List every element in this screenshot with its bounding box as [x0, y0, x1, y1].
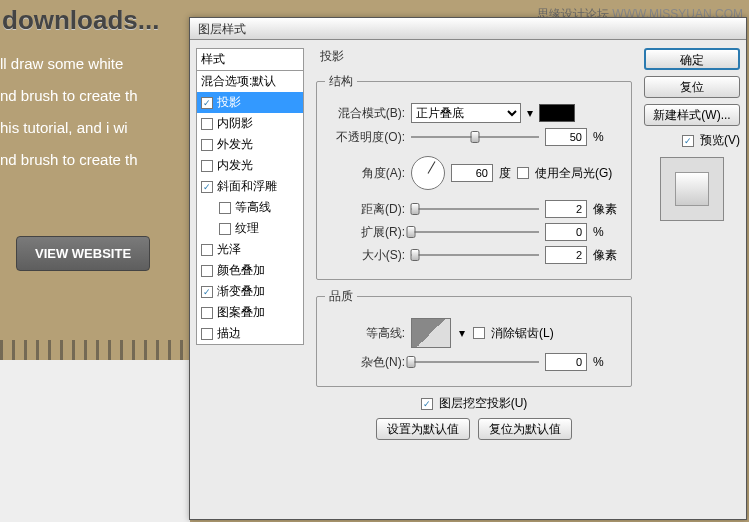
opacity-label: 不透明度(O):	[325, 129, 405, 146]
reset-default-button[interactable]: 复位为默认值	[478, 418, 572, 440]
distance-input[interactable]	[545, 200, 587, 218]
knockout-label: 图层挖空投影(U)	[439, 395, 528, 412]
style-checkbox[interactable]	[219, 202, 231, 214]
structure-legend: 结构	[325, 73, 357, 90]
size-input[interactable]	[545, 246, 587, 264]
style-checkbox[interactable]	[201, 307, 213, 319]
style-checkbox[interactable]	[201, 97, 213, 109]
quality-fieldset: 品质 等高线: ▾ 消除锯齿(L) 杂色(N): %	[316, 288, 632, 387]
size-unit: 像素	[593, 247, 623, 264]
bg-line: nd brush to create th	[0, 84, 159, 108]
global-light-label: 使用全局光(G)	[535, 165, 612, 182]
style-item[interactable]: 纹理	[197, 218, 303, 239]
style-item[interactable]: 斜面和浮雕	[197, 176, 303, 197]
style-label: 混合选项:默认	[201, 73, 276, 90]
style-checkbox[interactable]	[201, 244, 213, 256]
style-label: 投影	[217, 94, 241, 111]
bg-heading: downloads...	[2, 0, 159, 42]
style-label: 纹理	[235, 220, 259, 237]
opacity-slider[interactable]	[411, 129, 539, 145]
style-checkbox[interactable]	[219, 223, 231, 235]
spread-input[interactable]	[545, 223, 587, 241]
preview-checkbox[interactable]	[682, 135, 694, 147]
size-slider[interactable]	[411, 247, 539, 263]
style-checkbox[interactable]	[201, 160, 213, 172]
style-item[interactable]: 内发光	[197, 155, 303, 176]
contour-picker[interactable]	[411, 318, 451, 348]
style-label: 颜色叠加	[217, 262, 265, 279]
style-label: 内阴影	[217, 115, 253, 132]
spread-slider[interactable]	[411, 224, 539, 240]
view-website-button[interactable]: VIEW WEBSITE	[16, 236, 150, 271]
style-checkbox[interactable]	[201, 181, 213, 193]
distance-slider[interactable]	[411, 201, 539, 217]
style-item[interactable]: 描边	[197, 323, 303, 344]
dialog-title[interactable]: 图层样式	[190, 18, 746, 40]
angle-label: 角度(A):	[325, 165, 405, 182]
style-label: 光泽	[217, 241, 241, 258]
contour-label: 等高线:	[325, 325, 405, 342]
new-style-button[interactable]: 新建样式(W)...	[644, 104, 740, 126]
bg-line: nd brush to create th	[0, 148, 159, 172]
styles-list: 混合选项:默认投影内阴影外发光内发光斜面和浮雕等高线纹理光泽颜色叠加渐变叠加图案…	[196, 71, 304, 345]
angle-input[interactable]	[451, 164, 493, 182]
knockout-checkbox[interactable]	[421, 398, 433, 410]
style-checkbox[interactable]	[201, 286, 213, 298]
antialias-checkbox[interactable]	[473, 327, 485, 339]
cancel-button[interactable]: 复位	[644, 76, 740, 98]
dropdown-arrow-icon[interactable]: ▾	[457, 326, 467, 340]
distance-label: 距离(D):	[325, 201, 405, 218]
style-label: 描边	[217, 325, 241, 342]
styles-column: 样式 混合选项:默认投影内阴影外发光内发光斜面和浮雕等高线纹理光泽颜色叠加渐变叠…	[190, 40, 310, 519]
layer-style-dialog: 图层样式 样式 混合选项:默认投影内阴影外发光内发光斜面和浮雕等高线纹理光泽颜色…	[189, 17, 747, 520]
opacity-unit: %	[593, 130, 623, 144]
distance-unit: 像素	[593, 201, 623, 218]
style-label: 图案叠加	[217, 304, 265, 321]
style-item[interactable]: 等高线	[197, 197, 303, 218]
size-label: 大小(S):	[325, 247, 405, 264]
style-checkbox[interactable]	[201, 265, 213, 277]
style-label: 内发光	[217, 157, 253, 174]
preview-label: 预览(V)	[700, 132, 740, 149]
blend-mode-select[interactable]: 正片叠底	[411, 103, 521, 123]
panel-title: 投影	[314, 46, 634, 69]
style-item[interactable]: 颜色叠加	[197, 260, 303, 281]
dropdown-arrow-icon[interactable]: ▾	[527, 106, 533, 120]
global-light-checkbox[interactable]	[517, 167, 529, 179]
blend-mode-label: 混合模式(B):	[325, 105, 405, 122]
style-checkbox[interactable]	[201, 328, 213, 340]
style-item[interactable]: 图案叠加	[197, 302, 303, 323]
style-label: 等高线	[235, 199, 271, 216]
paper-bg	[0, 360, 190, 522]
style-checkbox[interactable]	[201, 139, 213, 151]
style-label: 斜面和浮雕	[217, 178, 277, 195]
style-item[interactable]: 投影	[197, 92, 303, 113]
style-checkbox[interactable]	[201, 118, 213, 130]
buttons-column: 确定 复位 新建样式(W)... 预览(V)	[638, 40, 746, 519]
settings-column: 投影 结构 混合模式(B): 正片叠底 ▾ 不透明度(O): % 角度(A):	[310, 40, 638, 519]
style-item[interactable]: 渐变叠加	[197, 281, 303, 302]
antialias-label: 消除锯齿(L)	[491, 325, 554, 342]
set-default-button[interactable]: 设置为默认值	[376, 418, 470, 440]
bg-line: ll draw some white	[0, 52, 159, 76]
style-item[interactable]: 光泽	[197, 239, 303, 260]
opacity-input[interactable]	[545, 128, 587, 146]
style-item[interactable]: 混合选项:默认	[197, 71, 303, 92]
ok-button[interactable]: 确定	[644, 48, 740, 70]
spread-label: 扩展(R):	[325, 224, 405, 241]
style-label: 外发光	[217, 136, 253, 153]
angle-unit: 度	[499, 165, 511, 182]
style-item[interactable]: 内阴影	[197, 113, 303, 134]
style-label: 渐变叠加	[217, 283, 265, 300]
style-item[interactable]: 外发光	[197, 134, 303, 155]
noise-input[interactable]	[545, 353, 587, 371]
spread-unit: %	[593, 225, 623, 239]
noise-unit: %	[593, 355, 623, 369]
noise-slider[interactable]	[411, 354, 539, 370]
shadow-color-swatch[interactable]	[539, 104, 575, 122]
quality-legend: 品质	[325, 288, 357, 305]
structure-fieldset: 结构 混合模式(B): 正片叠底 ▾ 不透明度(O): % 角度(A):	[316, 73, 632, 280]
styles-header[interactable]: 样式	[196, 48, 304, 71]
angle-dial[interactable]	[411, 156, 445, 190]
noise-label: 杂色(N):	[325, 354, 405, 371]
